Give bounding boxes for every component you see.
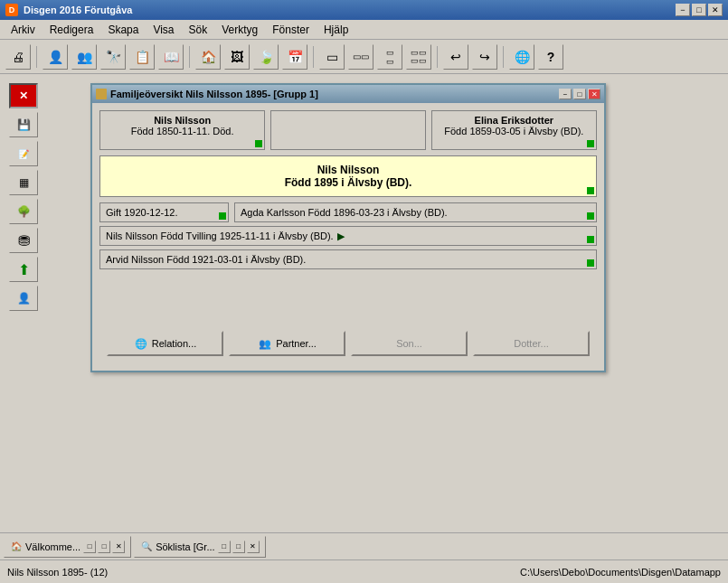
menu-arkiv[interactable]: Arkiv: [4, 22, 43, 38]
undo-button[interactable]: ↩: [443, 44, 468, 70]
daughter-button[interactable]: Dotter...: [473, 331, 590, 356]
menu-visa[interactable]: Visa: [146, 22, 181, 38]
family-maximize-button[interactable]: □: [573, 89, 586, 99]
box2-button[interactable]: ▭▭: [348, 44, 373, 70]
child-2-green-dot: [587, 259, 594, 267]
bottom-buttons: 🌐 Relation... 👥 Partner... Son... Dotter…: [99, 327, 597, 363]
son-button[interactable]: Son...: [351, 331, 468, 356]
marriage-date-cell[interactable]: Gift 1920-12-12.: [99, 202, 229, 222]
search-taskbar-icon: 🔍: [140, 541, 153, 553]
search-taskbar-label: Söklista [Gr...: [156, 541, 214, 552]
relation-icon: 🌐: [134, 336, 148, 351]
taskbar-item-search[interactable]: 🔍 Söklista [Gr... □ □ ✕: [134, 536, 265, 558]
child-row-2[interactable]: Arvid Nilsson Född 1921-03-01 i Älvsby (…: [99, 249, 597, 269]
toolbar-sep-1: [36, 46, 37, 68]
partner-green-dot: [587, 212, 594, 220]
minimize-button[interactable]: −: [676, 4, 690, 16]
marriage-row: Gift 1920-12-12. Agda Karlsson Född 1896…: [99, 202, 597, 222]
person1-button[interactable]: 👤: [43, 44, 68, 70]
table-button[interactable]: ▦: [9, 170, 38, 195]
welcome-restore-btn[interactable]: □: [83, 541, 96, 553]
welcome-taskbar-label: Välkomme...: [25, 541, 80, 552]
child-1-info: Nils Nilsson Född Tvilling 1925-11-11 i …: [106, 230, 334, 241]
home-button[interactable]: 🏠: [195, 44, 221, 70]
welcome-taskbar-icon: 🏠: [10, 541, 23, 553]
person2-button[interactable]: 👥: [71, 44, 97, 70]
main-person-box[interactable]: Nils Nilsson Född 1895 i Älvsby (BD).: [99, 155, 597, 197]
title-bar: D Disgen 2016 Förutgåva − □ ✕: [0, 0, 728, 20]
relation-label: Relation...: [152, 338, 197, 349]
family-title-bar: Familjeöversikt Nils Nilsson 1895- [Grup…: [92, 85, 604, 103]
welcome-close-btn[interactable]: ✕: [112, 541, 125, 553]
child-1-green-dot: [587, 236, 594, 243]
menu-skapa[interactable]: Skapa: [100, 22, 146, 38]
family-content: Nils Nilsson Född 1850-11-11. Död. Elina…: [92, 103, 604, 371]
menu-fonster[interactable]: Fönster: [265, 22, 317, 38]
child-2-info: Arvid Nilsson Född 1921-03-01 i Älvsby (…: [106, 254, 306, 265]
up-button[interactable]: ⬆: [9, 257, 38, 282]
notes-button[interactable]: 📝: [9, 141, 38, 166]
maximize-button[interactable]: □: [692, 4, 706, 16]
family-window-icon: [96, 89, 107, 99]
toolbar-sep-2: [189, 46, 190, 68]
family-window: Familjeöversikt Nils Nilsson 1895- [Grup…: [90, 83, 606, 372]
close-button[interactable]: ✕: [708, 4, 723, 16]
close-red-button[interactable]: ✕: [9, 83, 38, 108]
family-close-button[interactable]: ✕: [588, 89, 600, 99]
tree-button[interactable]: 🌳: [9, 199, 38, 224]
redo-button[interactable]: ↪: [472, 44, 497, 70]
menu-bar: Arkiv Redigera Skapa Visa Sök Verktyg Fö…: [0, 20, 728, 40]
toolbar: 🖨 👤 👥 🔭 📋 📖 🏠 🖼 🍃 📅 ▭ ▭▭ ▭▭ ▭▭▭▭ ↩ ↪ 🌐 ?: [0, 40, 728, 74]
status-left-text: Nils Nilsson 1895- (12): [7, 567, 245, 578]
print-button[interactable]: 🖨: [5, 44, 31, 70]
leaf-button[interactable]: 🍃: [253, 44, 279, 70]
spacer: [99, 273, 597, 327]
app-icon: D: [5, 4, 18, 16]
toolbar-sep-3: [313, 46, 314, 68]
menu-redigera[interactable]: Redigera: [43, 22, 101, 38]
person-search-button[interactable]: 👤: [9, 286, 38, 311]
status-right-text: C:\Users\Debo\Documents\Disgen\Datamapp: [245, 567, 721, 578]
father-info: Född 1850-11-11. Död.: [131, 126, 234, 136]
relation-button[interactable]: 🌐 Relation...: [107, 331, 223, 356]
child-1-arrow-icon: ▶: [337, 230, 345, 242]
taskbar-item-welcome[interactable]: 🏠 Välkomme... □ □ ✕: [4, 536, 131, 558]
box4-button[interactable]: ▭▭▭▭: [406, 44, 431, 70]
mother-green-dot: [587, 140, 594, 147]
father-green-dot: [255, 140, 262, 147]
welcome-max-btn[interactable]: □: [98, 541, 110, 553]
partner-cell[interactable]: Agda Karlsson Född 1896-03-23 i Älvsby (…: [234, 202, 597, 222]
partner-icon: 👥: [258, 336, 272, 351]
family-minimize-button[interactable]: −: [559, 89, 572, 99]
globe-button[interactable]: 🌐: [509, 44, 534, 70]
menu-sok[interactable]: Sök: [182, 22, 215, 38]
menu-hjalp[interactable]: Hjälp: [317, 22, 355, 38]
app-title: Disgen 2016 Förutgåva: [24, 5, 132, 15]
box1-button[interactable]: ▭: [319, 44, 345, 70]
save-button[interactable]: 💾: [9, 112, 38, 137]
book-button[interactable]: 📋: [129, 44, 155, 70]
child-row-1[interactable]: Nils Nilsson Född Tvilling 1925-11-11 i …: [99, 226, 597, 246]
mother-info: Född 1859-03-05 i Älvsby (BD).: [444, 126, 583, 136]
partner-button[interactable]: 👥 Partner...: [229, 331, 345, 356]
booklet-button[interactable]: 📖: [158, 44, 184, 70]
help-button[interactable]: ?: [538, 44, 563, 70]
partner-label: Partner...: [276, 338, 317, 349]
search-close-btn[interactable]: ✕: [247, 541, 260, 553]
mother-name: Elina Eriksdotter: [475, 115, 553, 126]
content-area: ✕ 💾 📝 ▦ 🌳 ⛃ ⬆ 👤 Familjeöversikt Nils Nil…: [0, 74, 728, 583]
search-restore-btn[interactable]: □: [218, 541, 231, 553]
marriage-date: Gift 1920-12-12.: [106, 207, 178, 218]
calendar-button[interactable]: 📅: [282, 44, 307, 70]
mother-box[interactable]: Elina Eriksdotter Född 1859-03-05 i Älvs…: [431, 110, 597, 150]
hierarchy-button[interactable]: ⛃: [9, 228, 38, 253]
binoculars-button[interactable]: 🔭: [100, 44, 126, 70]
search-max-btn[interactable]: □: [232, 541, 245, 553]
box3-button[interactable]: ▭▭: [377, 44, 402, 70]
main-person-info: Född 1895 i Älvsby (BD).: [108, 176, 589, 189]
partner-info: Agda Karlsson Född 1896-03-23 i Älvsby (…: [241, 207, 448, 218]
menu-verktyg[interactable]: Verktyg: [214, 22, 265, 38]
father-box[interactable]: Nils Nilsson Född 1850-11-11. Död.: [99, 110, 265, 150]
photo-button[interactable]: 🖼: [224, 44, 250, 70]
marriage-green-dot: [219, 212, 226, 220]
